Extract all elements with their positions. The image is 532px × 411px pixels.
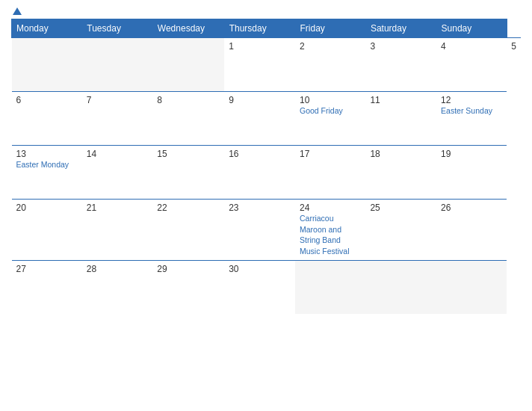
calendar-cell: 22	[152, 200, 224, 261]
day-number: 7	[87, 95, 149, 105]
calendar-week-row: 678910Good Friday1112Easter Sunday	[12, 92, 522, 146]
day-number: 13	[16, 149, 78, 159]
day-of-week-header: Tuesday	[82, 19, 153, 38]
calendar-cell: 7	[82, 92, 153, 146]
day-of-week-header: Monday	[12, 19, 82, 38]
day-number: 26	[441, 203, 502, 213]
calendar-page: MondayTuesdayWednesdayThursdayFridaySatu…	[0, 0, 532, 411]
calendar-cell: 29	[152, 260, 224, 314]
calendar-cell: 27	[12, 260, 82, 314]
logo	[11, 7, 22, 16]
days-of-week-row: MondayTuesdayWednesdayThursdayFridaySatu…	[12, 19, 522, 38]
day-number: 10	[300, 95, 361, 105]
calendar-cell: 16	[224, 146, 295, 200]
day-number: 14	[87, 149, 149, 159]
calendar-cell: 14	[82, 146, 153, 200]
day-number: 12	[441, 95, 502, 105]
day-number: 19	[441, 149, 502, 159]
logo-triangle-icon	[13, 7, 22, 15]
calendar-cell: 5	[507, 38, 521, 92]
day-number: 8	[157, 95, 220, 105]
calendar-cell: 2	[295, 38, 365, 92]
logo-blue-text	[11, 7, 22, 16]
day-number: 29	[157, 264, 220, 274]
day-of-week-header: Wednesday	[152, 19, 224, 38]
calendar-table: MondayTuesdayWednesdayThursdayFridaySatu…	[11, 19, 521, 314]
header	[11, 7, 521, 16]
day-number: 15	[157, 149, 220, 159]
calendar-cell: 18	[365, 146, 436, 200]
calendar-cell: 3	[365, 38, 436, 92]
day-number: 3	[370, 41, 432, 52]
day-number: 23	[229, 203, 291, 213]
day-number: 1	[229, 41, 291, 52]
day-of-week-header: Sunday	[436, 19, 507, 38]
calendar-cell: 25	[365, 200, 436, 261]
calendar-cell	[82, 38, 153, 92]
day-of-week-header: Saturday	[365, 19, 436, 38]
day-number: 9	[229, 95, 291, 105]
calendar-body: 12345678910Good Friday1112Easter Sunday1…	[12, 38, 522, 315]
calendar-cell: 30	[224, 260, 295, 314]
day-number: 24	[300, 203, 361, 213]
calendar-cell: 13Easter Monday	[12, 146, 82, 200]
calendar-week-row: 12345	[12, 38, 522, 92]
calendar-event: Easter Monday	[16, 160, 69, 169]
calendar-cell	[365, 260, 436, 314]
day-number: 25	[370, 203, 432, 213]
day-number: 21	[87, 203, 149, 213]
day-number: 2	[300, 41, 361, 52]
day-number: 18	[370, 149, 432, 159]
calendar-cell	[295, 260, 365, 314]
calendar-cell	[436, 260, 507, 314]
calendar-cell: 23	[224, 200, 295, 261]
day-of-week-header: Thursday	[224, 19, 295, 38]
calendar-cell: 17	[295, 146, 365, 200]
day-number: 11	[370, 95, 432, 105]
calendar-cell: 6	[12, 92, 82, 146]
calendar-cell: 8	[152, 92, 224, 146]
calendar-cell: 24Carriacou Maroon and String Band Music…	[295, 200, 365, 261]
day-number: 5	[511, 41, 516, 52]
calendar-cell: 28	[82, 260, 153, 314]
calendar-week-row: 2021222324Carriacou Maroon and String Ba…	[12, 200, 522, 261]
calendar-event: Easter Sunday	[441, 106, 492, 115]
day-number: 20	[16, 203, 78, 213]
calendar-cell	[152, 38, 224, 92]
calendar-cell: 26	[436, 200, 507, 261]
calendar-cell: 12Easter Sunday	[436, 92, 507, 146]
calendar-cell: 11	[365, 92, 436, 146]
calendar-cell: 9	[224, 92, 295, 146]
calendar-cell: 21	[82, 200, 153, 261]
day-number: 6	[16, 95, 78, 105]
calendar-cell: 1	[224, 38, 295, 92]
calendar-cell	[12, 38, 82, 92]
day-of-week-header: Friday	[295, 19, 365, 38]
day-number: 30	[229, 264, 291, 274]
calendar-cell: 15	[152, 146, 224, 200]
calendar-event: Good Friday	[300, 106, 343, 115]
calendar-week-row: 13Easter Monday141516171819	[12, 146, 522, 200]
calendar-cell: 20	[12, 200, 82, 261]
calendar-week-row: 27282930	[12, 260, 522, 314]
calendar-header: MondayTuesdayWednesdayThursdayFridaySatu…	[12, 19, 522, 38]
calendar-cell: 4	[436, 38, 507, 92]
calendar-cell: 10Good Friday	[295, 92, 365, 146]
day-number: 28	[87, 264, 149, 274]
calendar-event: Carriacou Maroon and String Band Music F…	[300, 214, 350, 256]
day-number: 16	[229, 149, 291, 159]
day-number: 27	[16, 264, 78, 274]
day-number: 17	[300, 149, 361, 159]
day-number: 4	[441, 41, 502, 52]
day-number: 22	[157, 203, 220, 213]
calendar-cell: 19	[436, 146, 507, 200]
